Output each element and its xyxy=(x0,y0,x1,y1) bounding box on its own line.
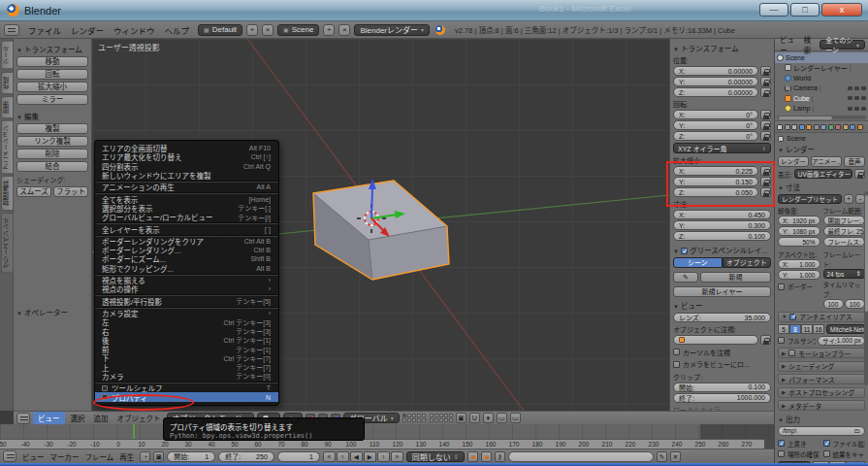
modifiers-tab-icon[interactable] xyxy=(820,124,826,130)
antialias-panel-header[interactable]: ▼アンチエイリアス xyxy=(778,312,865,322)
aa-samples-toggle[interactable]: 581116 xyxy=(778,324,824,334)
location-field[interactable]: Y:0.00000 xyxy=(673,77,758,86)
render-layers-tab-icon[interactable] xyxy=(785,124,790,130)
file-extension-toggle[interactable]: ファイル拡張子 xyxy=(823,439,866,449)
scale-field[interactable]: Y:0.150 xyxy=(673,177,758,186)
top-menu[interactable]: レンダー xyxy=(66,24,109,36)
minimize-button[interactable]: — xyxy=(759,3,788,17)
render-tab-icon[interactable] xyxy=(777,124,783,130)
aspect-x-field[interactable]: X:1.000 xyxy=(778,259,820,269)
lock-icon[interactable] xyxy=(760,166,771,176)
grease-scene-button[interactable]: シーン xyxy=(673,257,723,268)
grease-new-button[interactable]: 新規 xyxy=(700,272,771,283)
tool-button[interactable]: フラット xyxy=(53,186,88,197)
rotation-field[interactable]: Z:0° xyxy=(673,131,758,141)
clip-start-field[interactable]: 開始:0.100 xyxy=(673,383,771,392)
rotation-mode-selector[interactable]: XYZ オイラー角⇕ xyxy=(673,143,771,153)
outliner-row[interactable]: レンダーレイヤー | xyxy=(775,63,868,74)
dimension-field[interactable]: X:0.450 xyxy=(673,210,771,219)
tool-button[interactable]: 削除 xyxy=(16,149,88,159)
frame-start-field[interactable]: 開始:1 xyxy=(167,451,215,462)
keying-mode-button[interactable] xyxy=(481,451,492,462)
object-menu-button[interactable]: オブジェクト xyxy=(114,413,164,423)
data-tab-icon[interactable] xyxy=(828,124,834,130)
outliner-filter-selector[interactable]: 全てのシーン▾ xyxy=(820,40,865,50)
grease-object-button[interactable]: オブジェクト xyxy=(723,257,772,268)
lock-camera-toggle[interactable]: カメラをビューにロ... xyxy=(673,359,771,369)
particles-tab-icon[interactable] xyxy=(850,124,855,130)
tool-button[interactable]: 複製 xyxy=(16,123,88,134)
outliner-row[interactable]: Cube | xyxy=(775,93,868,104)
top-menu[interactable]: ヘルプ xyxy=(160,24,195,36)
collapsed-panel-header[interactable]: ▶モーションブラー xyxy=(778,348,865,358)
grease-draw-icon[interactable]: ✎ xyxy=(673,272,698,283)
render-engine-selector[interactable]: Blenderレンダー▾ xyxy=(354,24,430,36)
scene-delete-button[interactable]: × xyxy=(338,24,350,36)
scene-add-button[interactable]: + xyxy=(323,24,335,36)
preset-add-button[interactable]: + xyxy=(844,194,853,204)
lock-icon[interactable] xyxy=(854,169,865,179)
toolshelf-tab[interactable]: 関係 xyxy=(1,96,14,118)
remap-new-field[interactable]: 100 xyxy=(845,299,865,309)
lock-cursor-toggle[interactable]: カーソルを注視 xyxy=(673,348,771,357)
aspect-y-field[interactable]: Y:1.000 xyxy=(778,270,820,280)
timeline-menu[interactable]: フレーム xyxy=(82,451,117,462)
collapsed-panel-header[interactable]: ▶ポストプロセッシング xyxy=(778,387,865,398)
editor-type-icon[interactable] xyxy=(4,24,19,36)
lock-icon[interactable] xyxy=(760,77,771,86)
frame-step-field[interactable]: フレームス: 1 xyxy=(823,237,866,247)
audio-button[interactable]: 音声 xyxy=(844,156,865,167)
playback-button[interactable]: › xyxy=(377,451,390,462)
outliner-scrollbar[interactable] xyxy=(777,116,866,119)
grease-source-toggle[interactable]: シーン オブジェクト xyxy=(673,257,771,268)
playback-button[interactable]: ◀ xyxy=(350,451,363,462)
properties-scrollbar[interactable] xyxy=(864,191,868,385)
outliner-row[interactable]: Lamp | xyxy=(775,104,868,115)
render-button[interactable]: レンダー xyxy=(778,156,809,167)
render-opengl-anim-icon[interactable]: ▭ xyxy=(510,413,521,423)
lock-icon[interactable] xyxy=(760,120,771,130)
keying-set-field[interactable] xyxy=(508,451,654,462)
top-menu[interactable]: ウィンドウ xyxy=(109,24,160,36)
placeholders-toggle[interactable]: 場所の確保 xyxy=(778,449,820,459)
lock-icon[interactable] xyxy=(760,110,771,119)
tool-button[interactable]: 回転 xyxy=(16,69,88,80)
fps-selector[interactable]: 24 fps⇕ xyxy=(823,269,866,279)
playback-button[interactable]: ▶ xyxy=(364,451,376,462)
outliner-row[interactable]: Camera | xyxy=(775,83,868,94)
lens-field[interactable]: レンズ:35.000 xyxy=(673,313,771,322)
outliner-row[interactable]: World xyxy=(775,73,868,83)
menu-item[interactable]: カメラ テンキー[0] xyxy=(95,372,278,381)
res-y-field[interactable]: Y:1080 px xyxy=(778,226,820,236)
lock-range-icon[interactable]: ▣ xyxy=(153,451,164,462)
cache-result-toggle[interactable]: 結果をキャッ... xyxy=(823,449,866,459)
collapsed-panel-header[interactable]: ▶シェーディング xyxy=(778,361,865,372)
aa-filter-selector[interactable]: Mitchell-Netrav...⇕ xyxy=(826,324,865,334)
grease-new-layer-button[interactable]: 新規レイヤー xyxy=(673,286,771,297)
layout-add-button[interactable]: + xyxy=(246,24,258,36)
frame-start-field[interactable]: 開始フレー: 1 xyxy=(823,216,866,225)
playback-button[interactable]: » xyxy=(391,451,403,462)
outliner-view-menu[interactable]: ビュー xyxy=(778,34,797,55)
menu-item[interactable]: 透視投影/平行投影 テンキー[5] xyxy=(95,296,278,305)
scene-selector[interactable]: ▣ Scene xyxy=(277,24,319,36)
world-tab-icon[interactable] xyxy=(799,124,805,130)
rotation-field[interactable]: X:0° xyxy=(673,110,758,119)
add-menu-button[interactable]: 追加 xyxy=(91,413,112,423)
preview-range-icon[interactable]: ◔ xyxy=(140,451,150,462)
restrict-icons[interactable] xyxy=(848,96,866,100)
timeline-canvas[interactable] xyxy=(0,424,774,439)
border-toggle[interactable]: ボーダー xyxy=(778,282,820,291)
full-sample-toggle[interactable]: フルサンプル xyxy=(778,336,816,346)
remap-old-field[interactable]: 100 xyxy=(823,299,844,309)
aa-size-field[interactable]: サイ:1.000 px xyxy=(818,336,865,346)
screen-layout-selector[interactable]: ▦ Default xyxy=(198,24,242,36)
tool-button[interactable]: 結合 xyxy=(16,161,88,172)
insert-keyframe-icon[interactable]: ✎ xyxy=(657,451,667,462)
menu-item[interactable]: 矩形でクリッピング... Alt B xyxy=(95,264,278,273)
menu-item[interactable]: アニメーションの再生 Alt A xyxy=(95,183,278,191)
top-menu[interactable]: ファイル xyxy=(23,24,66,36)
tool-button[interactable]: 拡大縮小 xyxy=(16,82,88,92)
tool-button[interactable]: リンク複製 xyxy=(16,136,88,147)
layer-grid[interactable] xyxy=(402,414,453,422)
